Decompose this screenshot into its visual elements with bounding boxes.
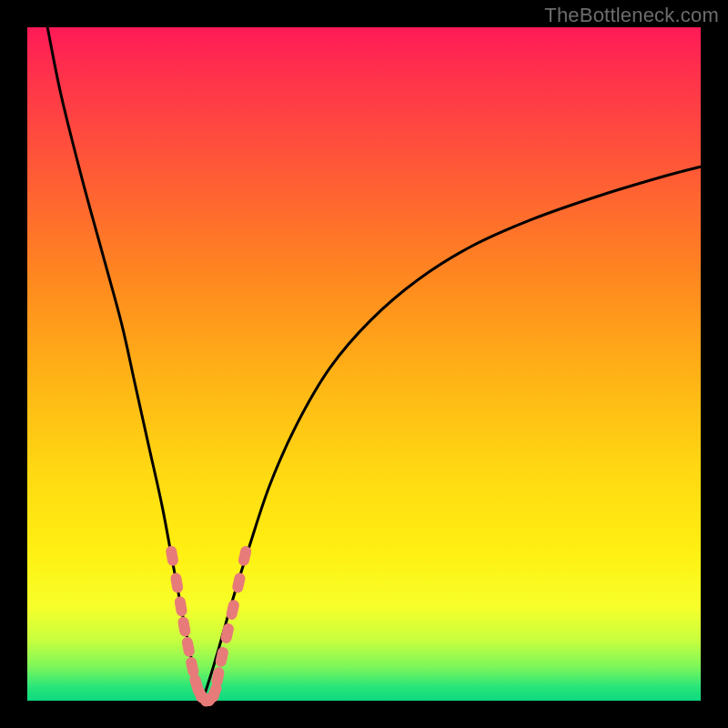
curve-marker [181, 636, 196, 658]
curve-marker [165, 545, 179, 567]
chart-frame: TheBottleneck.com [0, 0, 728, 728]
curve-marker [231, 571, 247, 593]
curve-marker [169, 572, 184, 594]
gradient-plot-area [27, 27, 701, 701]
curve-layer [27, 27, 701, 701]
curve-right-branch [202, 167, 701, 701]
watermark-text: TheBottleneck.com [544, 4, 719, 27]
curve-marker [174, 596, 188, 618]
curve-marker [215, 646, 229, 668]
curve-marker [177, 616, 192, 638]
curve-marker [225, 599, 240, 621]
curve-marker [219, 622, 235, 644]
curve-marker [238, 545, 253, 567]
